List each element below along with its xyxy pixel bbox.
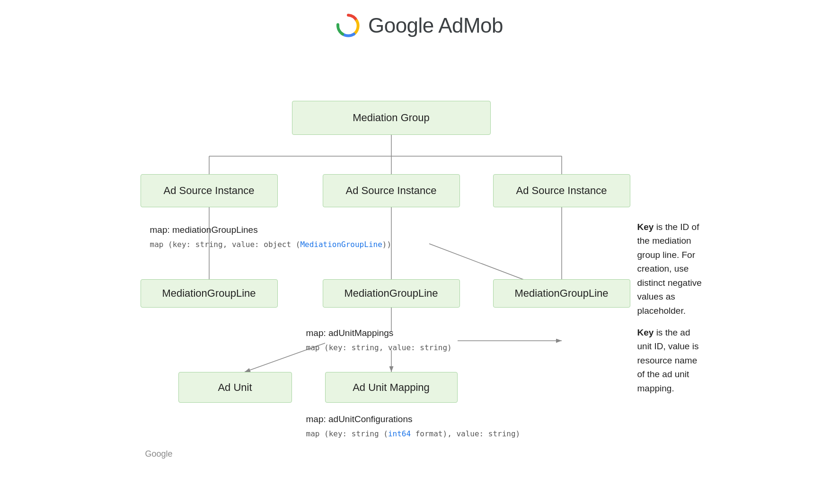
map-mediation-label: map: mediationGroupLines (150, 223, 392, 237)
ad-source-instance-2-box: Ad Source Instance (323, 174, 460, 207)
admob-logo-icon (336, 13, 361, 38)
map-adunit-label: map: adUnitMappings (306, 327, 452, 340)
page-container: Google AdMob (0, 0, 839, 504)
footer-google: Google (145, 449, 173, 459)
key-bold-2: Key (637, 327, 654, 337)
ad-unit-mapping-box: Ad Unit Mapping (325, 372, 458, 403)
map-adunit-annotation: map: adUnitMappings map (key: string, va… (306, 327, 452, 354)
map-mediation-note-text: is the ID of the mediation group line. F… (637, 222, 702, 316)
map-mediation-annotation: map: mediationGroupLines map (key: strin… (150, 223, 392, 250)
map-config-label: map: adUnitConfigurations (306, 413, 521, 426)
svg-point-1 (344, 21, 353, 30)
ad-unit-box: Ad Unit (178, 372, 292, 403)
key-bold-1: Key (637, 222, 654, 232)
page-title: Google AdMob (368, 14, 503, 37)
ad-source-instance-3-box: Ad Source Instance (493, 174, 630, 207)
mediation-group-line-3-box: MediationGroupLine (493, 279, 630, 308)
map-mediation-note: Key is the ID of the mediation group lin… (637, 220, 704, 318)
map-adunit-code: map (key: string, value: string) (306, 342, 452, 354)
mediation-group-line-1-box: MediationGroupLine (141, 279, 278, 308)
mediation-group-box: Mediation Group (292, 101, 491, 135)
int64-link: int64 (388, 429, 411, 438)
diagram-wrapper: Mediation Group Ad Source Instance Ad So… (136, 52, 704, 464)
map-config-annotation: map: adUnitConfigurations map (key: stri… (306, 413, 521, 440)
header: Google AdMob (0, 0, 839, 52)
mediation-group-line-2-box: MediationGroupLine (323, 279, 460, 308)
ad-source-instance-1-box: Ad Source Instance (141, 174, 278, 207)
map-config-code: map (key: string (int64 format), value: … (306, 428, 521, 440)
map-adunit-note: Key is the ad unit ID, value is resource… (637, 326, 704, 395)
map-mediation-code: map (key: string, value: object (Mediati… (150, 239, 392, 250)
mediation-group-line-link: MediationGroupLine (300, 240, 382, 249)
